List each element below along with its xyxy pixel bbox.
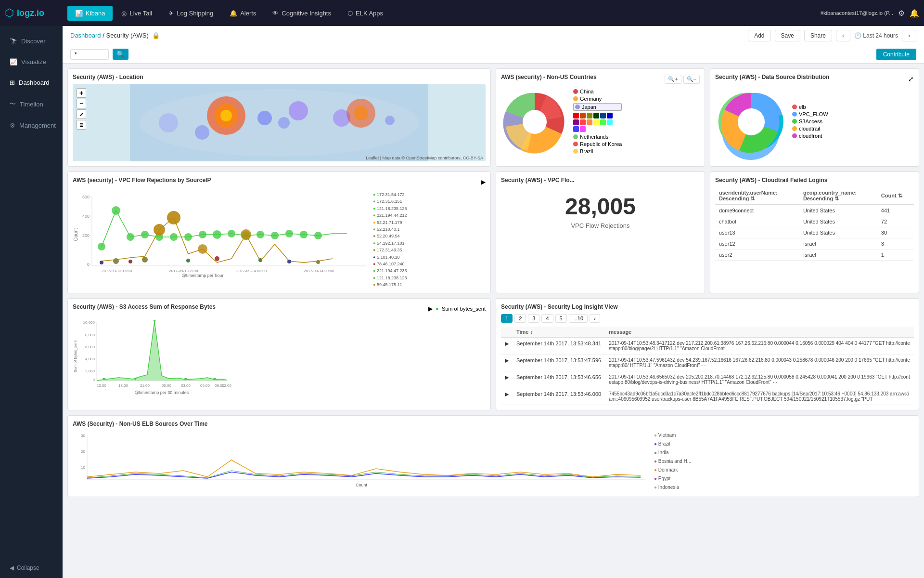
non-us-legend: China Germany Japan — [573, 89, 622, 156]
sort-count-icon[interactable]: ⇅ — [898, 193, 902, 198]
non-us-title: AWS (security) - Non-US Countries — [501, 74, 597, 80]
zoom-fit-button[interactable]: ⤢ — [77, 109, 86, 119]
non-us-zoom-in[interactable]: 🔍+ — [665, 75, 681, 84]
svg-text:06:00: 06:00 — [200, 383, 210, 388]
panel-vpc-rejections: AWS (security) - VPC Flow Rejections by … — [67, 171, 491, 293]
zoom-reset-button[interactable]: ⊡ — [77, 120, 86, 130]
nav-tab-cognitive[interactable]: 👁 Cognitive Insights — [265, 6, 339, 21]
nav-right-button[interactable]: › — [902, 30, 916, 41]
svg-point-35 — [184, 233, 192, 241]
s3-expand-icon[interactable]: ▶ — [428, 305, 433, 312]
zoom-out-button[interactable]: − — [77, 99, 86, 108]
log-col-time[interactable]: Time ↕ — [513, 327, 605, 338]
sidebar-item-timelion[interactable]: 〜 Timelion — [0, 93, 63, 115]
svg-marker-67 — [97, 322, 227, 381]
svg-text:400: 400 — [82, 214, 90, 219]
log-expand-arrow[interactable]: ▶ — [501, 338, 513, 355]
page-5-button[interactable]: 5 — [555, 314, 567, 323]
svg-point-40 — [257, 231, 264, 238]
visualize-icon: 📈 — [10, 58, 17, 66]
vpc-total-label: VPC Flow Rejections — [501, 222, 700, 229]
sidebar-item-visualize[interactable]: 📈 Visualize — [0, 52, 63, 72]
svg-point-9 — [278, 117, 290, 129]
page-1-button[interactable]: 1 — [501, 314, 513, 323]
nav-tab-livetail[interactable]: ◎ Live Tail — [114, 6, 160, 21]
non-us-elb-chart: 30 20 10 Count — [73, 431, 650, 489]
nav-tab-kibana[interactable]: 📊 Kibana — [67, 6, 113, 21]
breadcrumb-dashboard[interactable]: Dashboard — [70, 32, 101, 39]
svg-point-29 — [98, 243, 105, 250]
panel-non-us-countries: AWS (security) - Non-US Countries 🔍+ 🔍− — [496, 68, 705, 167]
vpc-total-number: 28,005 — [501, 193, 700, 220]
page-next-button[interactable]: › — [590, 314, 600, 323]
sort-username-icon[interactable]: ⇅ — [750, 196, 755, 201]
log-table: Time ↕ message ▶ September 14th 2017, 13… — [501, 327, 914, 405]
log-time-cell: September 14th 2017, 13:53:48.341 — [513, 338, 605, 355]
add-button[interactable]: Add — [748, 30, 770, 41]
page-2-button[interactable]: 2 — [514, 314, 526, 323]
log-message-cell: 2017-09-14T10:53:48.341712Z dev 217.212.… — [605, 338, 914, 355]
search-input[interactable] — [70, 49, 109, 60]
svg-text:2017-09-13 21:00: 2017-09-13 21:00 — [169, 269, 200, 273]
gear-icon[interactable]: ⚙ — [898, 9, 905, 18]
svg-text:00:00: 00:00 — [162, 383, 172, 388]
search-button[interactable]: 🔍 — [113, 49, 128, 60]
svg-point-16 — [738, 108, 765, 135]
nav-tab-alerts[interactable]: 🔔 Alerts — [222, 6, 264, 21]
datasource-expand-icon[interactable]: ⤢ — [908, 75, 914, 83]
nav-tab-elkapps[interactable]: ⬡ ELK Apps — [340, 6, 391, 21]
svg-text:0: 0 — [87, 262, 90, 267]
share-button[interactable]: Share — [804, 30, 832, 41]
page-4-button[interactable]: 4 — [541, 314, 553, 323]
sidebar-collapse[interactable]: ◀ Collapse — [0, 558, 63, 578]
datasource-chart: elb VPC_FLOW S3Access cloudtrail cloudfr… — [715, 88, 914, 156]
svg-text:Sum of bytes_sent: Sum of bytes_sent — [73, 341, 77, 373]
svg-point-42 — [285, 230, 293, 237]
breadcrumb-current: Security (AWS) — [106, 32, 148, 39]
nav-left-button[interactable]: ‹ — [836, 30, 850, 41]
account-label[interactable]: #kibanacontest17@logz.io (P... — [821, 10, 893, 16]
sort-country-icon[interactable]: ⇅ — [834, 196, 839, 201]
zoom-in-button[interactable]: + — [77, 88, 86, 98]
sidebar-item-dashboard[interactable]: ⊞ Dashboard — [0, 72, 63, 93]
log-expand-arrow[interactable]: ▶ — [501, 371, 513, 388]
vpc-legend: ● 172.31.54.172 ● 172.31.6.151 ● 121.18.… — [371, 191, 424, 288]
vpc-expand-icon[interactable]: ▶ — [481, 179, 486, 185]
count-cell: 1 — [877, 250, 914, 261]
dashboard-icon: ⊞ — [10, 79, 15, 86]
map-container[interactable]: + − ⤢ ⊡ Leaflet | Map data © OpenStreetM… — [73, 84, 486, 161]
time-search-bar: 🔍 Contribute — [63, 45, 924, 64]
count-cell: 3 — [877, 238, 914, 250]
sidebar-item-discover[interactable]: 🔭 Discover — [0, 31, 63, 52]
logo-area[interactable]: ⬡ logz.io — [5, 7, 67, 19]
table-row: user12 Israel 3 — [715, 238, 914, 250]
save-button[interactable]: Save — [775, 30, 800, 41]
log-row: ▶ September 14th 2017, 13:53:47.596 2017… — [501, 355, 914, 371]
nav-tab-logshipping[interactable]: ✈ Log Shipping — [161, 6, 221, 21]
sidebar-item-management[interactable]: ⚙ Management — [0, 115, 63, 136]
svg-text:4,000: 4,000 — [85, 357, 95, 361]
svg-point-41 — [271, 232, 279, 239]
color-picker[interactable] — [573, 113, 616, 132]
svg-point-11 — [385, 116, 395, 125]
svg-point-46 — [167, 211, 180, 224]
bell-icon[interactable]: 🔔 — [910, 9, 919, 18]
svg-point-45 — [154, 224, 165, 236]
svg-point-57 — [316, 260, 320, 264]
toolbar: Dashboard / Security (AWS) 🔒 Add Save Sh… — [63, 26, 924, 45]
management-icon: ⚙ — [10, 122, 15, 129]
col-count: Count ⇅ — [877, 187, 914, 205]
log-col-expand — [501, 327, 513, 338]
page-more-button[interactable]: ...10 — [569, 314, 588, 323]
table-row: user13 United States 30 — [715, 227, 914, 238]
elkapps-icon: ⬡ — [347, 10, 353, 17]
log-expand-arrow[interactable]: ▶ — [501, 388, 513, 405]
map-credit: Leaflet | Map data © OpenStreetMap contr… — [366, 156, 483, 160]
page-3-button[interactable]: 3 — [528, 314, 539, 323]
svg-text:600: 600 — [82, 195, 90, 199]
log-expand-arrow[interactable]: ▶ — [501, 355, 513, 371]
contribute-button[interactable]: Contribute — [876, 49, 916, 60]
non-us-zoom-out[interactable]: 🔍− — [683, 75, 700, 84]
breadcrumb: Dashboard / Security (AWS) 🔒 — [70, 32, 160, 39]
svg-text:03:00: 03:00 — [181, 383, 191, 388]
